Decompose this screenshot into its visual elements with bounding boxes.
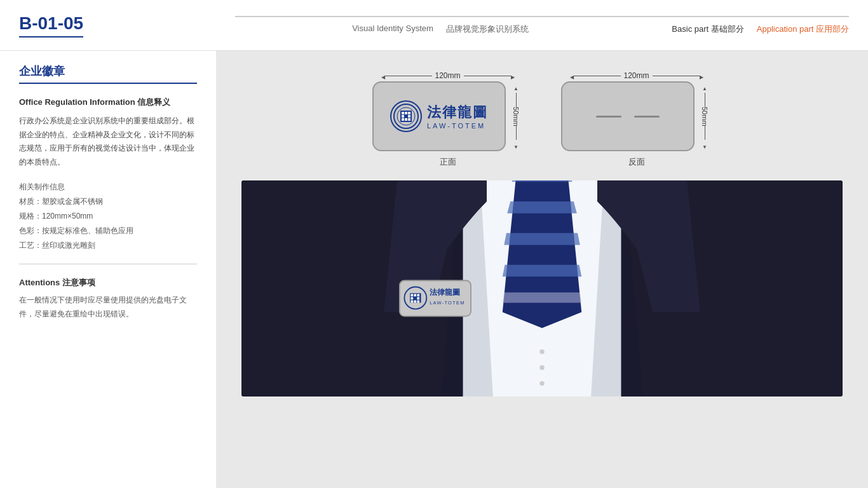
svg-rect-5 xyxy=(408,112,410,114)
svg-rect-19 xyxy=(410,294,413,297)
v-line-bottom xyxy=(516,126,517,140)
header-left: B-01-05 xyxy=(19,13,235,37)
attentions-text: 在一般情况下使用时应尽量使用提供的光盘电子文件，尽量避免在重绘中出现错误。 xyxy=(19,294,197,321)
attentions-title: Attentions 注意事项 xyxy=(19,277,197,288)
info-heading: Office Regulation Information 信息释义 xyxy=(19,97,197,108)
front-height-label: 50mm xyxy=(509,107,523,126)
front-width-dim: 120mm xyxy=(381,70,515,81)
color-info: 色彩：按规定标准色、辅助色应用 xyxy=(19,226,197,236)
svg-text:法律龍圖: 法律龍圖 xyxy=(430,288,460,297)
svg-rect-25 xyxy=(410,301,413,303)
front-label: 正面 xyxy=(440,156,456,168)
size-info: 规格：120mm×50mm xyxy=(19,211,197,222)
badge-diagrams: 120mm xyxy=(241,70,843,168)
badge-icon xyxy=(390,100,422,132)
svg-rect-26 xyxy=(414,301,416,303)
suit-svg: 法律龍圖 LAW-TOTEM xyxy=(241,180,843,396)
badge-sub-name: LAW-TOTEM xyxy=(427,122,488,130)
page-code: B-01-05 xyxy=(19,13,83,37)
back-badge-with-dim: 50mm xyxy=(561,81,712,151)
header-center: Visual Identity System 品牌视觉形象识别系统 xyxy=(235,16,646,35)
h-line-left xyxy=(385,76,432,76)
left-panel: 企业徽章 Office Regulation Information 信息释义 … xyxy=(0,51,216,488)
svg-rect-3 xyxy=(402,112,404,114)
front-height-dim: 50mm xyxy=(506,81,523,151)
section-title: 企业徽章 xyxy=(19,64,197,84)
v-line-top xyxy=(516,93,517,107)
back-v-line-top xyxy=(705,93,705,107)
right-panel: 120mm xyxy=(216,51,868,488)
svg-rect-20 xyxy=(414,294,416,297)
application-part-label: Application part 应用部分 xyxy=(757,24,849,35)
badge-front: 法律龍圖 LAW-TOTEM xyxy=(372,81,506,151)
svg-rect-7 xyxy=(405,115,407,118)
back-dash-1 xyxy=(596,116,621,118)
back-top-arrow-icon xyxy=(702,81,707,93)
top-arrow-icon xyxy=(513,81,519,93)
back-height-dim: 50mm xyxy=(695,81,712,151)
front-width-label: 120mm xyxy=(432,71,464,80)
svg-point-14 xyxy=(539,365,544,370)
craft-info: 工艺：丝印或激光雕刻 xyxy=(19,240,197,251)
page-header: B-01-05 Visual Identity System 品牌视觉形象识别系… xyxy=(0,0,868,51)
production-label: 相关制作信息 xyxy=(19,182,197,193)
svg-text:LAW-TOTEM: LAW-TOTEM xyxy=(430,300,465,306)
vi-system-cn-label: 品牌视觉形象识别系统 xyxy=(446,24,529,35)
badge-text-area: 法律龍圖 LAW-TOTEM xyxy=(427,103,488,130)
back-h-line-right xyxy=(653,76,700,76)
badge-back xyxy=(561,81,695,151)
svg-rect-23 xyxy=(414,297,416,300)
svg-point-15 xyxy=(539,381,544,386)
svg-point-13 xyxy=(539,349,544,354)
badge-back-content xyxy=(596,116,660,118)
h-line-right xyxy=(464,76,511,76)
svg-rect-27 xyxy=(417,301,419,303)
front-badge-with-dim: 法律龍圖 LAW-TOTEM 50mm xyxy=(372,81,523,151)
back-v-line-bottom xyxy=(705,126,705,140)
front-badge-container: 120mm xyxy=(372,70,523,168)
svg-rect-11 xyxy=(408,118,410,121)
svg-rect-9 xyxy=(402,118,404,121)
header-right: Basic part 基础部分 Application part 应用部分 xyxy=(646,16,849,35)
main-content: 企业徽章 Office Regulation Information 信息释义 … xyxy=(0,51,868,488)
bottom-arrow-icon xyxy=(513,140,519,151)
svg-rect-6 xyxy=(402,115,404,118)
material-info: 材质：塑胶或金属不锈钢 xyxy=(19,196,197,207)
back-dash-2 xyxy=(634,116,660,118)
vi-system-label: Visual Identity System xyxy=(352,24,433,35)
svg-rect-21 xyxy=(417,294,419,297)
right-arrow-icon xyxy=(511,70,515,81)
svg-rect-24 xyxy=(417,297,419,300)
info-text: 行政办公系统是企业识别系统中的重要组成部分。根据企业的特点、企业精神及企业文化，… xyxy=(19,114,197,169)
suit-photo: 法律龍圖 LAW-TOTEM xyxy=(241,180,843,396)
back-right-arrow-icon xyxy=(700,70,703,81)
company-icon-svg xyxy=(393,103,419,130)
back-h-line-left xyxy=(574,76,621,76)
svg-rect-8 xyxy=(408,115,410,118)
back-width-label: 120mm xyxy=(621,71,653,80)
back-badge-container: 120mm 50mm xyxy=(561,70,712,168)
svg-rect-4 xyxy=(405,112,407,114)
svg-rect-10 xyxy=(405,118,407,121)
back-bottom-arrow-icon xyxy=(702,140,707,151)
svg-rect-22 xyxy=(410,297,413,300)
divider xyxy=(19,264,197,264)
badge-company-name: 法律龍圖 xyxy=(427,103,488,122)
back-width-dim: 120mm xyxy=(570,70,703,81)
badge-logo: 法律龍圖 LAW-TOTEM xyxy=(384,94,494,139)
back-height-label: 50mm xyxy=(698,107,712,126)
basic-part-label: Basic part 基础部分 xyxy=(672,24,743,35)
back-label: 反面 xyxy=(628,156,645,168)
